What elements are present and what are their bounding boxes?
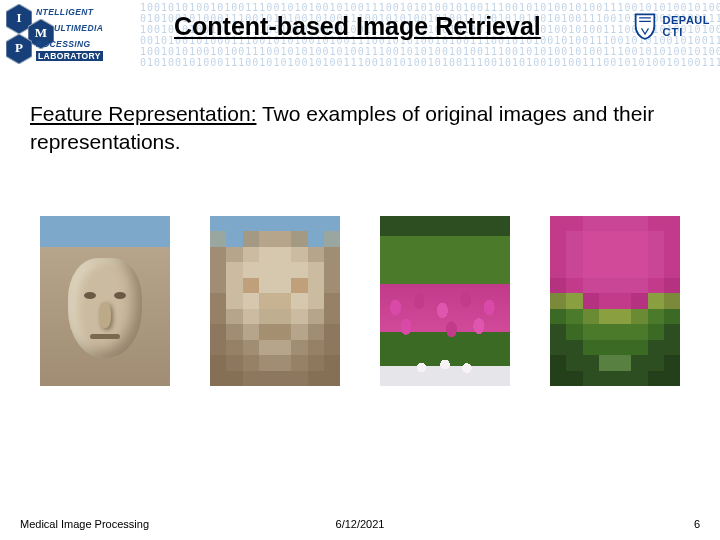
image-cell-2 — [198, 200, 352, 386]
depaul-line2: CTI — [663, 26, 710, 38]
body-lead: Feature Representation: — [30, 102, 256, 125]
representation-image-1 — [210, 216, 340, 386]
footer-date: 6/12/2021 — [336, 518, 385, 530]
slide-title: Content-based Image Retrieval — [170, 12, 545, 41]
depaul-logo: DEPAUL CTI — [633, 12, 710, 40]
body-text: Feature Representation: Two examples of … — [30, 100, 690, 156]
depaul-line1: DEPAUL — [663, 14, 710, 26]
lab-logo: I M P NTELLIGENT ULTIMEDIA ROCESSING LAB… — [6, 2, 156, 66]
original-image-2 — [380, 216, 510, 386]
representation-image-2 — [550, 216, 680, 386]
original-image-1 — [40, 216, 170, 386]
image-cell-3 — [368, 200, 522, 386]
image-caption — [198, 200, 352, 212]
image-caption — [538, 200, 692, 212]
hex-p-icon: P — [6, 34, 32, 64]
image-caption — [368, 200, 522, 212]
image-cell-4 — [538, 200, 692, 386]
shield-icon — [633, 12, 657, 40]
footer-page: 6 — [694, 518, 700, 530]
image-cell-1 — [28, 200, 182, 386]
footer-left: Medical Image Processing — [20, 518, 149, 530]
image-caption — [28, 200, 182, 212]
slide: 1001010100101001110010101001010011100101… — [0, 0, 720, 540]
lab-logo-words: NTELLIGENT ULTIMEDIA ROCESSING LABORATOR… — [36, 6, 156, 62]
footer: Medical Image Processing 6/12/2021 6 — [0, 518, 720, 530]
image-row — [28, 200, 692, 386]
header: 1001010100101001110010101001010011100101… — [0, 0, 720, 68]
